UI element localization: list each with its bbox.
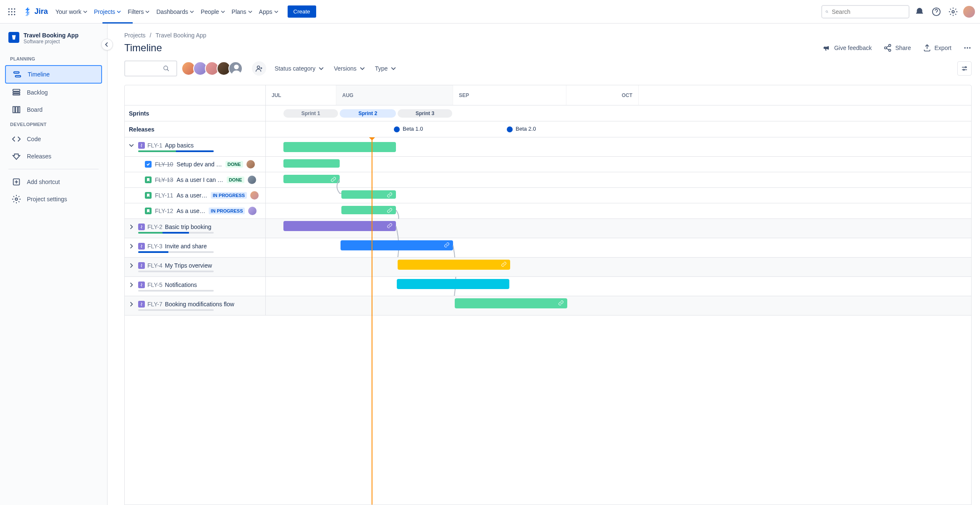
sidebar-item-timeline[interactable]: Timeline [5,65,102,84]
status-badge: IN PROGRESS [211,192,247,199]
issue-title[interactable]: Invite and share [165,243,207,250]
notifications-icon[interactable] [913,5,926,18]
chevron-right-icon[interactable] [129,244,136,249]
project-type: Software project [24,39,79,45]
sprint-3[interactable]: Sprint 3 [398,109,452,118]
issue-key[interactable]: FLY-3 [147,243,162,250]
gantt-bar[interactable] [397,279,509,289]
sidebar-item-code[interactable]: Code [5,131,102,147]
assignee-avatar[interactable] [248,207,257,215]
issue-title[interactable]: As a user… [177,192,207,199]
issue-title[interactable]: My Trips overview [165,262,212,269]
issue-key[interactable]: FLY-2 [147,224,162,230]
chevron-right-icon[interactable] [129,263,136,268]
jira-logo[interactable]: Jira [20,7,51,16]
nav-people[interactable]: People [198,5,228,18]
release-beta-1-dot[interactable] [394,126,400,132]
gantt-bar[interactable] [283,175,340,183]
sidebar-divider [8,169,99,169]
gantt-bar[interactable] [341,206,396,214]
issue-title[interactable]: Basic trip booking [165,224,212,230]
sidebar-item-project-settings[interactable]: Project settings [5,191,102,208]
breadcrumb-project[interactable]: Travel Booking App [155,32,206,39]
give-feedback-button[interactable]: Give feedback [823,44,872,52]
app-switcher-icon[interactable] [5,5,18,18]
assignee-avatar[interactable] [246,160,255,168]
collapse-sidebar-button[interactable] [101,39,113,50]
nav-apps[interactable]: Apps [257,5,281,18]
view-settings-button[interactable] [957,61,972,76]
issue-title[interactable]: Booking modifications flow [165,301,234,308]
assignee-filter[interactable] [184,61,243,76]
filter-status-category[interactable]: Status category [273,62,325,75]
issue-key[interactable]: FLY-5 [147,281,162,288]
logo-text: Jira [34,7,48,16]
search-input[interactable] [832,8,905,15]
svg-point-11 [952,11,954,13]
gantt-bar[interactable] [341,240,453,250]
breadcrumb-projects[interactable]: Projects [124,32,146,39]
task-icon [145,161,152,168]
sprint-2[interactable]: Sprint 2 [340,109,396,118]
epic-icon [138,224,145,230]
create-button[interactable]: Create [288,5,316,18]
share-button[interactable]: Share [883,44,911,52]
nav-plans[interactable]: Plans [229,5,255,18]
issue-key[interactable]: FLY-4 [147,262,162,269]
issue-title[interactable]: As a user I can … [177,176,223,183]
filter-search-input[interactable] [129,66,163,72]
svg-point-32 [963,69,964,71]
chevron-right-icon[interactable] [129,282,136,287]
filter-search-box[interactable] [124,60,177,76]
help-icon[interactable] [930,5,943,18]
gantt-bar[interactable] [341,190,396,199]
sidebar: Travel Booking App Software project PLAN… [0,24,107,505]
unassigned-avatar[interactable] [228,61,243,76]
issue-title[interactable]: Notifications [165,281,197,288]
chevron-down-icon[interactable] [129,143,136,148]
sidebar-item-add-shortcut[interactable]: Add shortcut [5,174,102,190]
global-search[interactable] [821,5,909,18]
more-actions-button[interactable] [963,44,972,52]
release-beta-2-dot[interactable] [507,126,513,132]
issue-key[interactable]: FLY-11 [155,192,173,199]
issue-title[interactable]: Setup dev and … [177,161,222,168]
issue-key[interactable]: FLY-10 [155,161,173,168]
issue-key[interactable]: FLY-12 [155,208,173,214]
filter-versions[interactable]: Versions [332,62,367,75]
svg-point-9 [826,11,828,12]
nav-filters[interactable]: Filters [125,5,152,18]
issue-key[interactable]: FLY-1 [147,142,162,149]
filter-type[interactable]: Type [373,62,398,75]
nav-your-work[interactable]: Your work [53,5,90,18]
assignee-avatar[interactable] [248,176,256,184]
epic-progress [138,251,214,253]
assignee-avatar[interactable] [250,191,259,200]
chevron-right-icon[interactable] [129,224,136,229]
gantt-bar[interactable] [398,260,510,270]
gantt-bar[interactable] [283,221,396,231]
sidebar-item-releases[interactable]: Releases [5,148,102,165]
issue-title[interactable]: App basics [165,142,194,149]
user-avatar[interactable] [963,6,975,18]
add-person-button[interactable] [252,61,266,76]
epic-icon [138,281,145,288]
sprint-1[interactable]: Sprint 1 [283,109,338,118]
nav-dashboards[interactable]: Dashboards [154,5,197,18]
gantt-bar[interactable] [283,159,340,168]
issue-key[interactable]: FLY-7 [147,301,162,308]
gantt-bar[interactable] [283,142,396,152]
issue-key[interactable]: FLY-13 [155,176,173,183]
chevron-right-icon[interactable] [129,302,136,307]
settings-icon[interactable] [946,5,960,18]
code-icon [12,134,21,144]
svg-point-24 [889,49,891,51]
svg-point-29 [234,65,238,69]
nav-projects[interactable]: Projects [92,5,124,18]
issue-title[interactable]: As a use… [177,208,205,214]
export-button[interactable]: Export [923,44,951,52]
gantt-bar[interactable] [455,298,567,308]
sidebar-item-backlog[interactable]: Backlog [5,84,102,101]
section-planning-label: PLANNING [3,53,104,65]
sidebar-item-board[interactable]: Board [5,101,102,118]
